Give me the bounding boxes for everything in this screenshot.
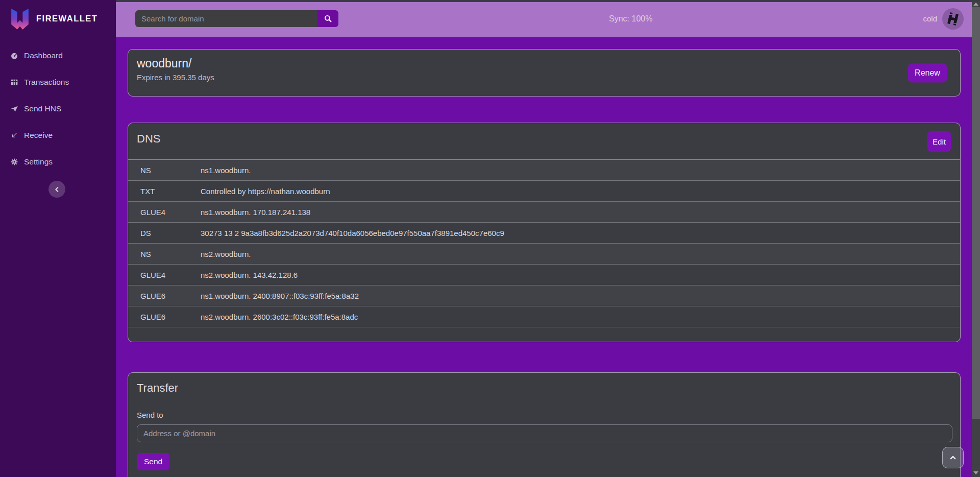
dns-record-type: GLUE4: [128, 208, 201, 217]
scrollbar-down-arrow-icon[interactable]: [973, 471, 978, 474]
brand[interactable]: FIREWALLET: [0, 0, 116, 37]
gear-icon: [10, 157, 19, 166]
send-icon: [10, 104, 19, 113]
edit-dns-button[interactable]: Edit: [927, 131, 951, 152]
dns-card-header: DNS Edit: [128, 123, 960, 160]
sidebar-item-label: Settings: [24, 157, 53, 166]
sidebar-nav: Dashboard Transactions Send HNS: [0, 42, 116, 175]
dns-record-row: GLUE4ns2.woodburn. 143.42.128.6: [128, 265, 960, 285]
dns-record-value: ns1.woodburn. 2400:8907::f03c:93ff:fe5a:…: [201, 292, 960, 300]
dns-record-row: NSns2.woodburn.: [128, 244, 960, 265]
chevron-up-icon: [948, 452, 958, 463]
domain-search: [135, 10, 338, 27]
search-icon: [323, 14, 333, 23]
dns-record-type: DS: [128, 229, 201, 237]
dns-record-type: NS: [128, 166, 201, 175]
dns-record-type: TXT: [128, 187, 201, 196]
dns-record-row: NSns1.woodburn.: [128, 160, 960, 181]
sidebar-item-label: Send HNS: [24, 104, 61, 113]
scrollbar-up-arrow-icon[interactable]: [973, 3, 978, 6]
dns-record-type: NS: [128, 250, 201, 258]
firewallet-logo-icon: [9, 7, 31, 31]
sidebar-item-receive[interactable]: Receive: [0, 122, 116, 149]
domain-expiry: Expires in 395.35 days: [137, 71, 951, 84]
sidebar-collapse-button[interactable]: [48, 181, 65, 198]
dns-record-value: ns1.woodburn.: [201, 166, 960, 175]
transfer-card: Transfer Send to Send: [128, 372, 961, 477]
dns-card: DNS Edit NSns1.woodburn.TXTControlled by…: [128, 123, 961, 342]
sidebar: FIREWALLET Dashboard Tran: [0, 0, 116, 477]
main-content: woodburn/ Expires in 395.35 days Renew D…: [116, 37, 972, 477]
sidebar-item-settings[interactable]: Settings: [0, 149, 116, 175]
dns-title: DNS: [137, 131, 951, 147]
send-transfer-button[interactable]: Send: [137, 453, 169, 470]
sidebar-item-send-hns[interactable]: Send HNS: [0, 96, 116, 122]
sync-status: Sync: 100%: [338, 14, 923, 23]
sidebar-item-label: Receive: [24, 131, 53, 140]
window-top-edge: [0, 0, 980, 2]
domain-card: woodburn/ Expires in 395.35 days Renew: [128, 49, 961, 97]
dns-record-row: GLUE6ns1.woodburn. 2400:8907::f03c:93ff:…: [128, 285, 960, 306]
sidebar-item-transactions[interactable]: Transactions: [0, 69, 116, 96]
sidebar-item-label: Dashboard: [24, 51, 63, 60]
search-button[interactable]: [317, 10, 338, 27]
dns-record-row: GLUE6ns2.woodburn. 2600:3c02::f03c:93ff:…: [128, 306, 960, 327]
transfer-title: Transfer: [137, 380, 951, 396]
page-scrollbar[interactable]: [972, 0, 980, 477]
dns-record-value: ns2.woodburn. 2600:3c02::f03c:93ff:fe5a:…: [201, 313, 960, 321]
dns-record-value: ns2.woodburn. 143.42.128.6: [201, 271, 960, 279]
table-icon: [10, 78, 19, 87]
renew-button[interactable]: Renew: [908, 63, 947, 82]
dns-record-value: ns2.woodburn.: [201, 250, 960, 258]
dns-record-value: 30273 13 2 9a3a8fb3d625d2a2073d740f10da6…: [201, 229, 960, 237]
search-input[interactable]: [135, 10, 317, 27]
receive-arrow-icon: [10, 131, 19, 140]
dns-record-row: TXTControlled by https://nathan.woodburn: [128, 181, 960, 202]
wallet-selector[interactable]: cold: [923, 8, 964, 30]
topbar: Sync: 100% cold: [116, 0, 972, 37]
scroll-to-top-button[interactable]: [942, 447, 964, 468]
handshake-icon[interactable]: [942, 8, 964, 30]
dns-record-type: GLUE4: [128, 271, 201, 279]
dns-record-value: ns1.woodburn. 170.187.241.138: [201, 208, 960, 217]
dashboard-gauge-icon: [10, 51, 19, 60]
dns-record-value: Controlled by https://nathan.woodburn: [201, 187, 960, 196]
dns-record-type: GLUE6: [128, 292, 201, 300]
dns-record-type: GLUE6: [128, 313, 201, 321]
app-title: FIREWALLET: [36, 14, 97, 23]
dns-record-row: DS30273 13 2 9a3a8fb3d625d2a2073d740f10d…: [128, 223, 960, 244]
dns-record-row: GLUE4ns1.woodburn. 170.187.241.138: [128, 202, 960, 223]
chevron-left-icon: [53, 185, 61, 194]
transfer-address-input[interactable]: [137, 424, 952, 442]
send-to-label: Send to: [137, 411, 951, 419]
dns-table: NSns1.woodburn.TXTControlled by https://…: [128, 160, 960, 327]
sidebar-item-dashboard[interactable]: Dashboard: [0, 42, 116, 69]
scrollbar-thumb[interactable]: [972, 7, 980, 419]
sidebar-item-label: Transactions: [24, 78, 69, 87]
domain-name: woodburn/: [137, 55, 951, 71]
wallet-name: cold: [923, 14, 937, 23]
